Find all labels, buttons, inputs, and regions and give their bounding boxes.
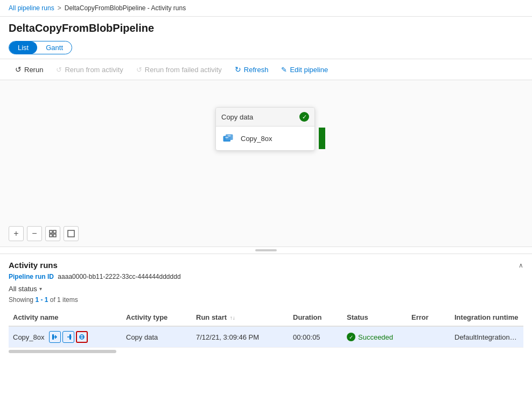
fit-button[interactable] — [45, 226, 60, 241]
col-activity-name: Activity name — [9, 313, 122, 321]
toolbar: ↺ Rerun ↺ Rerun from activity ↺ Rerun fr… — [0, 59, 532, 80]
popup-title: Copy data — [221, 113, 253, 121]
svg-rect-3 — [53, 230, 56, 233]
svg-point-12 — [82, 336, 83, 337]
col-run-start: Run start ↑↓ — [192, 313, 289, 321]
drag-handle — [255, 249, 277, 251]
svg-rect-8 — [69, 334, 71, 340]
showing-text: Showing 1 - 1 of 1 items — [9, 296, 523, 304]
breadcrumb: All pipeline runs > DeltaCopyFromBlobPip… — [0, 0, 532, 17]
cell-run-start: 7/12/21, 3:09:46 PM — [192, 333, 289, 341]
col-duration: Duration — [289, 313, 342, 321]
reset-view-button[interactable] — [64, 226, 79, 241]
status-success-icon: ✓ — [347, 333, 355, 341]
breadcrumb-all-runs[interactable]: All pipeline runs — [9, 4, 54, 12]
zoom-in-button[interactable]: + — [9, 226, 24, 241]
popup-header: Copy data ✓ — [216, 108, 314, 126]
horizontal-scrollbar[interactable] — [9, 350, 116, 353]
rerun-activity-icon: ↺ — [56, 66, 62, 74]
chevron-down-icon: ▾ — [39, 286, 42, 292]
status-filter-label: All status — [9, 285, 37, 293]
popup-item-label: Copy_8ox — [241, 135, 272, 143]
scroll-area — [9, 350, 523, 360]
pipeline-run-id-label: Pipeline run ID — [9, 273, 54, 280]
table-row: Copy_8ox — [9, 327, 523, 348]
breadcrumb-current: DeltaCopyFromBlobPipeline - Activity run… — [65, 4, 186, 12]
rerun-from-activity-button[interactable]: ↺ Rerun from activity — [50, 63, 129, 76]
svg-rect-5 — [53, 234, 56, 237]
cell-activity-name: Copy_8ox — [9, 331, 122, 343]
refresh-button[interactable]: ↻ Refresh — [228, 62, 275, 76]
showing-range: 1 - 1 — [35, 296, 48, 304]
cell-activity-type: Copy data — [122, 333, 192, 341]
copy-data-icon — [221, 131, 236, 146]
edit-pipeline-button[interactable]: ✎ Edit pipeline — [275, 63, 334, 76]
rerun-from-failed-button[interactable]: ↺ Rerun from failed activity — [130, 63, 228, 76]
view-toggle: List Gantt — [9, 41, 72, 54]
rerun-button[interactable]: ↺ Rerun — [9, 62, 50, 76]
activity-name-text: Copy_8ox — [13, 333, 45, 341]
popup-success-icon: ✓ — [299, 112, 309, 122]
col-activity-type: Activity type — [122, 313, 192, 321]
collapse-handle[interactable] — [0, 247, 532, 254]
rerun-failed-icon: ↺ — [136, 66, 142, 74]
svg-point-11 — [80, 336, 81, 337]
table-header: Activity name Activity type Run start ↑↓… — [9, 309, 523, 327]
cell-status: ✓ Succeeded — [342, 333, 407, 341]
col-integration-runtime: Integration runtime — [450, 313, 523, 321]
section-title: Activity runs — [9, 261, 58, 270]
canvas-area: Copy data ✓ Copy_8ox + − — [0, 80, 532, 247]
breadcrumb-separator: > — [58, 4, 61, 12]
section-header: Activity runs ∧ — [9, 261, 523, 270]
row-actions — [49, 331, 88, 343]
table: Activity name Activity type Run start ↑↓… — [9, 309, 523, 348]
svg-rect-6 — [68, 230, 74, 237]
list-view-button[interactable]: List — [9, 41, 37, 54]
output-icon[interactable] — [62, 331, 74, 343]
input-icon[interactable] — [49, 331, 61, 343]
col-error: Error — [407, 313, 450, 321]
pipeline-run-id-value: aaaa0000-bb11-2222-33cc-444444dddddd — [58, 273, 180, 280]
cell-duration: 00:00:05 — [289, 333, 342, 341]
edit-icon: ✎ — [281, 66, 287, 74]
pipeline-popup: Copy data ✓ Copy_8ox — [215, 107, 315, 151]
zoom-out-button[interactable]: − — [27, 226, 42, 241]
col-status: Status — [342, 313, 407, 321]
status-filter[interactable]: All status ▾ — [9, 285, 523, 293]
gantt-view-button[interactable]: Gantt — [37, 41, 72, 54]
refresh-icon: ↻ — [235, 65, 241, 74]
svg-rect-4 — [50, 234, 52, 237]
svg-rect-7 — [52, 334, 54, 340]
collapse-button[interactable]: ∧ — [519, 262, 523, 269]
green-status-box — [319, 128, 325, 149]
cell-integration-runtime: DefaultIntegrationRuntime (Eas — [450, 333, 523, 341]
canvas-controls: + − — [9, 226, 79, 241]
pipeline-run-id: Pipeline run ID aaaa0000-bb11-2222-33cc-… — [9, 273, 523, 280]
rerun-icon: ↺ — [15, 65, 22, 74]
sort-icon: ↑↓ — [230, 315, 235, 321]
page-title: DeltaCopyFromBlobPipeline — [0, 17, 532, 39]
popup-item[interactable]: Copy_8ox — [216, 126, 314, 150]
activity-runs-section: Activity runs ∧ Pipeline run ID aaaa0000… — [0, 254, 532, 360]
details-icon[interactable] — [76, 331, 88, 343]
svg-rect-2 — [50, 230, 52, 233]
status-label: Succeeded — [358, 333, 393, 341]
